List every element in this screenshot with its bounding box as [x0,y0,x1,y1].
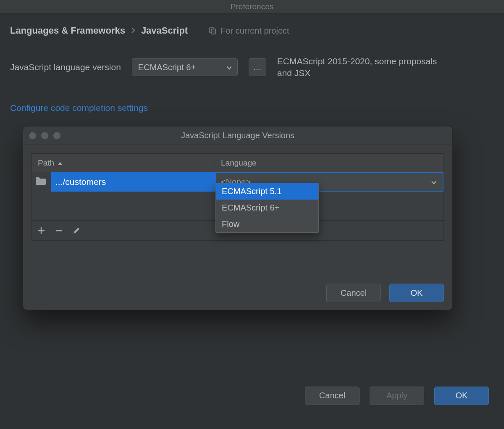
chevron-down-icon [226,63,232,72]
table-header: Path Language [32,154,444,172]
minimize-icon[interactable] [41,132,48,139]
project-scope-label: For current project [220,26,289,36]
dropdown-option[interactable]: Flow [216,216,318,232]
edit-button[interactable] [72,226,81,235]
preferences-panel: Languages & Frameworks JavaScript For cu… [0,13,504,113]
dropdown-option[interactable]: ECMAScript 6+ [216,200,318,216]
dialog-title: JavaScript Language Versions [181,131,294,140]
breadcrumb-parent[interactable]: Languages & Frameworks [10,25,125,36]
dialog-footer: Cancel OK [326,284,444,302]
window-title: Preferences [231,2,273,11]
ellipsis-icon: ... [253,63,262,72]
chevron-right-icon [131,26,135,35]
language-version-row: JavaScript language version ECMAScript 6… [10,55,494,79]
window-titlebar: Preferences [0,0,504,13]
sort-ascending-icon [58,158,63,168]
remove-button[interactable] [55,226,63,235]
traffic-lights [29,132,60,139]
close-icon[interactable] [29,132,36,139]
cell-path: .../customers [32,172,215,192]
column-language-label: Language [221,158,257,168]
preferences-footer: Cancel Apply OK [0,378,504,413]
add-button[interactable] [37,226,45,235]
folder-icon [35,177,46,187]
language-version-value: ECMAScript 6+ [138,63,196,72]
cell-path-value: .../customers [51,172,215,192]
breadcrumb-current: JavaScript [141,25,188,36]
copy-icon [209,27,216,34]
zoom-icon[interactable] [53,132,60,139]
apply-button[interactable]: Apply [370,387,424,405]
dialog-body: Path Language .../customers [23,145,452,241]
project-scope-badge: For current project [209,26,289,36]
language-version-select[interactable]: ECMAScript 6+ [132,58,238,76]
language-versions-dialog: JavaScript Language Versions Path Langua… [23,126,453,310]
svg-rect-1 [211,29,215,34]
configure-completion-link[interactable]: Configure code completion settings [10,103,148,113]
language-version-label: JavaScript language version [10,62,121,72]
cancel-button[interactable]: Cancel [326,284,381,302]
more-options-button[interactable]: ... [249,58,266,76]
dialog-titlebar: JavaScript Language Versions [23,126,452,145]
ok-button[interactable]: OK [389,284,444,302]
cancel-button[interactable]: Cancel [305,387,360,405]
dropdown-option[interactable]: ECMAScript 5.1 [216,183,318,200]
ok-button[interactable]: OK [434,387,489,405]
language-dropdown: ECMAScript 5.1 ECMAScript 6+ Flow [215,183,319,233]
breadcrumb: Languages & Frameworks JavaScript For cu… [10,25,494,36]
column-language[interactable]: Language [215,154,444,172]
language-version-description: ECMAScript 2015-2020, some proposals and… [277,55,445,79]
column-path[interactable]: Path [32,154,215,172]
column-path-label: Path [38,158,54,168]
chevron-down-icon [431,177,437,187]
